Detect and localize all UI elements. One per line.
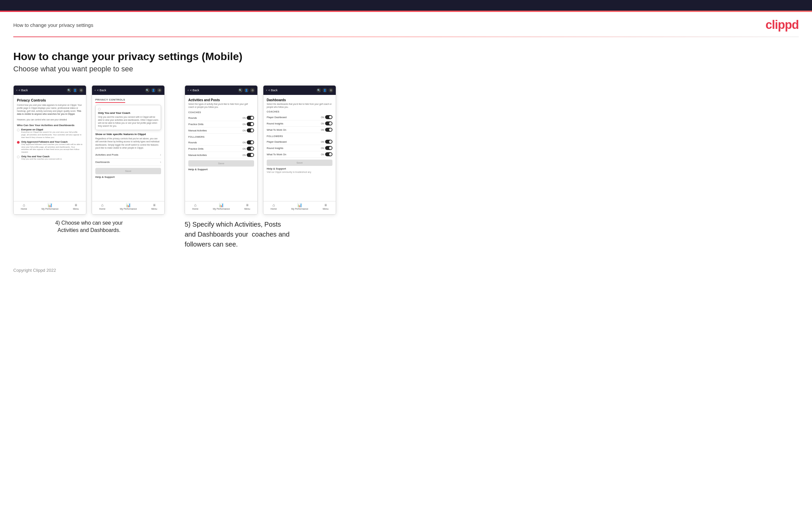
page-heading: How to change your privacy settings (Mob… bbox=[13, 50, 799, 63]
nav-home-3[interactable]: ⌂ Home bbox=[192, 203, 199, 210]
toggle-wtwo-coaches[interactable] bbox=[325, 128, 333, 132]
screen1-title: Privacy Controls bbox=[17, 98, 83, 102]
nav-menu-3[interactable]: ≡ Menu bbox=[244, 203, 250, 210]
save-button-2[interactable]: Save bbox=[95, 168, 161, 174]
menu-icon: ≡ bbox=[75, 203, 77, 207]
nav-menu-1[interactable]: ≡ Menu bbox=[73, 203, 79, 210]
nav-home-4[interactable]: ⌂ Home bbox=[271, 203, 277, 210]
save-button-4[interactable]: Save bbox=[267, 160, 333, 166]
step4-phones: ‹ < Back 🔍 👤 ⚙ Privacy Controls bbox=[13, 85, 165, 215]
page-subheading: Choose what you want people to see bbox=[13, 65, 799, 73]
option2-label: Only Approved Followers and Your Coach bbox=[21, 141, 83, 143]
user-icon-2[interactable]: 👤 bbox=[151, 88, 156, 93]
toggle-player-coaches[interactable] bbox=[325, 115, 333, 119]
screen4-desc: Select the dashboards that you'd like to… bbox=[267, 103, 333, 109]
nav-menu-4[interactable]: ≡ Menu bbox=[323, 203, 329, 210]
option1-desc: Everyone on Clippd can search for you an… bbox=[21, 131, 83, 139]
phone-4-content: Dashboards Select the dashboards that yo… bbox=[263, 95, 336, 201]
toggle-manual-coaches[interactable] bbox=[247, 128, 254, 132]
phone-3-back[interactable]: ‹ < Back bbox=[188, 89, 199, 92]
toggle-wtwo-followers[interactable] bbox=[325, 152, 333, 156]
nav-performance-4[interactable]: 📊 My Performance bbox=[291, 203, 308, 210]
screen3-title: Activities and Posts bbox=[188, 98, 254, 102]
settings-icon[interactable]: ⚙ bbox=[79, 88, 83, 93]
toggle-drills-followers[interactable] bbox=[247, 147, 254, 151]
phone-2-bottom-nav: ⌂ Home 📊 My Performance ≡ Menu bbox=[92, 201, 164, 214]
copyright: Copyright Clippd 2022 bbox=[13, 268, 56, 273]
toggle-row-wtwo-f: What To Work On ON bbox=[267, 151, 333, 158]
radio-option-coach[interactable]: Only You and Your Coach Only you and the… bbox=[17, 155, 83, 161]
followers-label: FOLLOWERS bbox=[188, 136, 254, 138]
nav-performance-3[interactable]: 📊 My Performance bbox=[213, 203, 230, 210]
chart-icon-4: 📊 bbox=[297, 203, 302, 207]
toggle-drills-coaches[interactable] bbox=[247, 122, 254, 126]
home-icon-2: ⌂ bbox=[101, 203, 103, 207]
screen4-title: Dashboards bbox=[267, 98, 333, 102]
phone-2-back[interactable]: ‹ < Back bbox=[95, 89, 106, 92]
menu-row-activities[interactable]: Activities and Posts › bbox=[95, 151, 161, 159]
chevron-right-icon-2: › bbox=[160, 160, 161, 164]
settings-icon-3[interactable]: ⚙ bbox=[250, 88, 255, 93]
nav-performance-1[interactable]: 📊 My Performance bbox=[42, 203, 58, 210]
save-button-3[interactable]: Save bbox=[188, 160, 254, 167]
step4-caption: 4) Choose who can see your Activities an… bbox=[55, 219, 123, 234]
toggle-row-wtwo-c: What To Work On ON bbox=[267, 127, 333, 133]
toggle-rounds-coaches[interactable] bbox=[247, 116, 254, 120]
chart-icon: 📊 bbox=[48, 203, 52, 207]
main-content: How to change your privacy settings (Mob… bbox=[0, 37, 812, 263]
toggle-row-drills-f: Practice Drills ON bbox=[188, 146, 254, 152]
radio-circle-followers bbox=[17, 141, 19, 144]
radio-option-everyone[interactable]: Everyone on Clippd Everyone on Clippd ca… bbox=[17, 128, 83, 139]
nav-performance-2[interactable]: 📊 My Performance bbox=[120, 203, 137, 210]
user-icon-3[interactable]: 👤 bbox=[244, 88, 249, 93]
search-icon[interactable]: 🔍 bbox=[67, 88, 71, 93]
screen1-desc2: However, you can control who can see you… bbox=[17, 118, 83, 121]
popup-desc: Only you and the coaches you connect wit… bbox=[98, 115, 158, 127]
settings-icon-4[interactable]: ⚙ bbox=[328, 88, 333, 93]
phone-screen-3: ‹ < Back 🔍 👤 ⚙ Activities and Posts Sele… bbox=[185, 85, 258, 215]
radio-option-followers[interactable]: Only Approved Followers and Your Coach O… bbox=[17, 141, 83, 154]
phone-1-back[interactable]: ‹ < Back bbox=[16, 89, 28, 92]
search-icon-4[interactable]: 🔍 bbox=[316, 88, 321, 93]
coaches-label-4: COACHES bbox=[267, 111, 333, 113]
menu-icon-4: ≡ bbox=[324, 203, 327, 207]
screen1-desc: Control how you and your data appears to… bbox=[17, 104, 83, 115]
toggle-row-manual-f: Manual Activities ON bbox=[188, 152, 254, 158]
menu-row-dashboards[interactable]: Dashboards › bbox=[95, 159, 161, 166]
phone-4-back[interactable]: ‹ < Back bbox=[266, 89, 277, 92]
toggle-row-rounds-f: Rounds ON bbox=[188, 139, 254, 146]
toggle-row-drills-c: Practice Drills ON bbox=[188, 121, 254, 127]
toggle-insights-followers[interactable] bbox=[325, 146, 333, 150]
nav-home-1[interactable]: ⌂ Home bbox=[21, 203, 27, 210]
toggle-rounds-followers[interactable] bbox=[247, 140, 254, 144]
phone-3-bottom-nav: ⌂ Home 📊 My Performance ≡ Menu bbox=[185, 201, 257, 214]
header-title: How to change your privacy settings bbox=[13, 22, 93, 28]
search-icon-3[interactable]: 🔍 bbox=[238, 88, 243, 93]
toggle-manual-followers[interactable] bbox=[247, 153, 254, 157]
toggle-insights-coaches[interactable] bbox=[325, 121, 333, 125]
settings-icon-2[interactable]: ⚙ bbox=[157, 88, 162, 93]
toggle-player-followers[interactable] bbox=[325, 140, 333, 144]
menu-icon-3: ≡ bbox=[246, 203, 248, 207]
phone-2-topbar: ‹ < Back 🔍 👤 ⚙ bbox=[92, 86, 164, 95]
help-support-desc-4: Visit our Clippd community to troublesho… bbox=[267, 171, 333, 173]
home-icon-3: ⌂ bbox=[194, 203, 196, 207]
phone-4-bottom-nav: ⌂ Home 📊 My Performance ≡ Menu bbox=[263, 201, 336, 214]
search-icon-2[interactable]: 🔍 bbox=[145, 88, 150, 93]
toggle-row-manual-c: Manual Activities ON bbox=[188, 127, 254, 134]
step5-phones: ‹ < Back 🔍 👤 ⚙ Activities and Posts Sele… bbox=[185, 85, 336, 215]
phone-3-topbar: ‹ < Back 🔍 👤 ⚙ bbox=[185, 86, 257, 95]
home-icon-4: ⌂ bbox=[272, 203, 275, 207]
screen3-desc: Select the types of activity that you'd … bbox=[188, 103, 254, 109]
user-icon[interactable]: 👤 bbox=[73, 88, 78, 93]
user-icon-4[interactable]: 👤 bbox=[322, 88, 327, 93]
nav-menu-2[interactable]: ≡ Menu bbox=[151, 203, 157, 210]
phone-screen-4: ‹ < Back 🔍 👤 ⚙ Dashboards Select the das… bbox=[263, 85, 336, 215]
phone-1-content: Privacy Controls Control how you and you… bbox=[14, 95, 86, 201]
radio-circle-coach bbox=[17, 156, 19, 158]
nav-home-2[interactable]: ⌂ Home bbox=[99, 203, 106, 210]
phone-3-icons: 🔍 👤 ⚙ bbox=[238, 88, 255, 93]
phone-1-topbar: ‹ < Back 🔍 👤 ⚙ bbox=[14, 86, 86, 95]
phone-1-bottom-nav: ⌂ Home 📊 My Performance ≡ Menu bbox=[14, 201, 86, 214]
toggle-row-player-c: Player Dashboard ON bbox=[267, 114, 333, 120]
